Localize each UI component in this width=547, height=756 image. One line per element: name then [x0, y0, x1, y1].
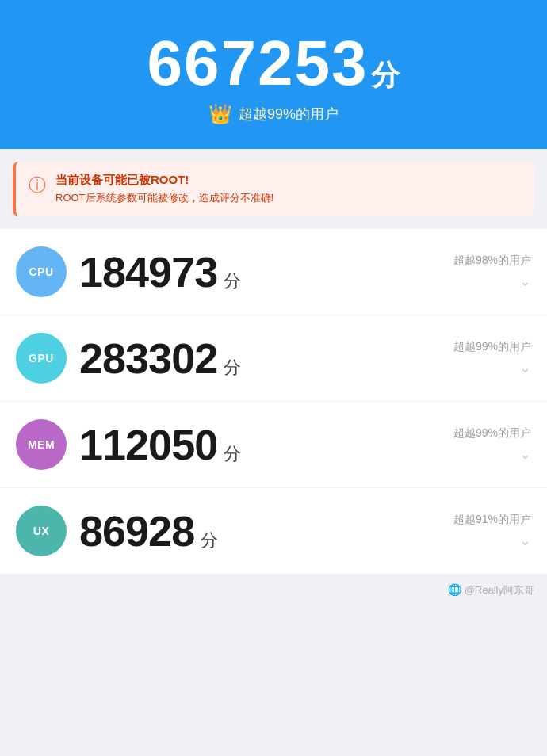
badge-gpu: GPU [16, 333, 67, 384]
badge-ux: UX [16, 506, 67, 556]
percentile-text: 超越91%的用户 [453, 513, 531, 527]
percentile-text: 超越99%的用户 [453, 426, 531, 441]
warning-title: 当前设备可能已被ROOT! [55, 173, 274, 188]
score-unit: 分 [224, 269, 241, 293]
warning-banner: ⓘ 当前设备可能已被ROOT! ROOT后系统参数可能被修改，造成评分不准确! [13, 162, 534, 216]
score-info: 184973 分 [79, 250, 441, 293]
score-number: 283302 [79, 337, 217, 380]
score-number: 86928 [79, 510, 194, 552]
crown-icon: 👑 [208, 103, 232, 125]
score-right: 超越91%的用户 ⌄ [453, 513, 531, 549]
score-row[interactable]: CPU 184973 分 超越98%的用户 ⌄ [0, 229, 547, 315]
score-info: 283302 分 [79, 337, 441, 380]
header-section: 667253分 👑 超越99%的用户 [0, 0, 547, 149]
total-score-row: 667253分 [16, 32, 531, 95]
score-info: 112050 分 [79, 423, 441, 466]
rank-text: 超越99%的用户 [239, 105, 339, 124]
badge-cpu: CPU [16, 246, 67, 297]
warning-text-block: 当前设备可能已被ROOT! ROOT后系统参数可能被修改，造成评分不准确! [55, 173, 274, 205]
score-row[interactable]: UX 86928 分 超越91%的用户 ⌄ [0, 488, 547, 574]
score-rows: CPU 184973 分 超越98%的用户 ⌄ GPU 283302 分 超越9… [0, 229, 547, 574]
score-right: 超越99%的用户 ⌄ [453, 426, 531, 463]
score-right: 超越99%的用户 ⌄ [453, 340, 531, 376]
rank-row: 👑 超越99%的用户 [16, 103, 531, 125]
score-row[interactable]: GPU 283302 分 超越99%的用户 ⌄ [0, 315, 547, 402]
total-score: 667253 [147, 28, 369, 98]
percentile-text: 超越99%的用户 [453, 340, 531, 354]
warning-description: ROOT后系统参数可能被修改，造成评分不准确! [55, 191, 274, 205]
chevron-down-icon: ⌄ [519, 359, 531, 376]
chevron-down-icon: ⌄ [519, 532, 531, 549]
score-right: 超越98%的用户 ⌄ [453, 254, 531, 290]
badge-mem: MEM [16, 419, 67, 470]
score-number: 112050 [79, 423, 217, 466]
score-unit: 分 [224, 356, 241, 380]
score-info: 86928 分 [79, 510, 441, 552]
percentile-text: 超越98%的用户 [453, 254, 531, 268]
score-number: 184973 [79, 250, 217, 293]
watermark-text: @Really阿东哥 [465, 584, 534, 596]
score-unit-header: 分 [371, 59, 400, 91]
score-unit: 分 [224, 442, 241, 466]
watermark: 🌐 @Really阿东哥 [0, 574, 547, 610]
score-unit: 分 [201, 529, 218, 552]
chevron-down-icon: ⌄ [519, 273, 531, 290]
watermark-icon: 🌐 [448, 583, 461, 596]
warning-icon: ⓘ [29, 174, 46, 197]
chevron-down-icon: ⌄ [519, 445, 531, 463]
score-row[interactable]: MEM 112050 分 超越99%的用户 ⌄ [0, 402, 547, 488]
